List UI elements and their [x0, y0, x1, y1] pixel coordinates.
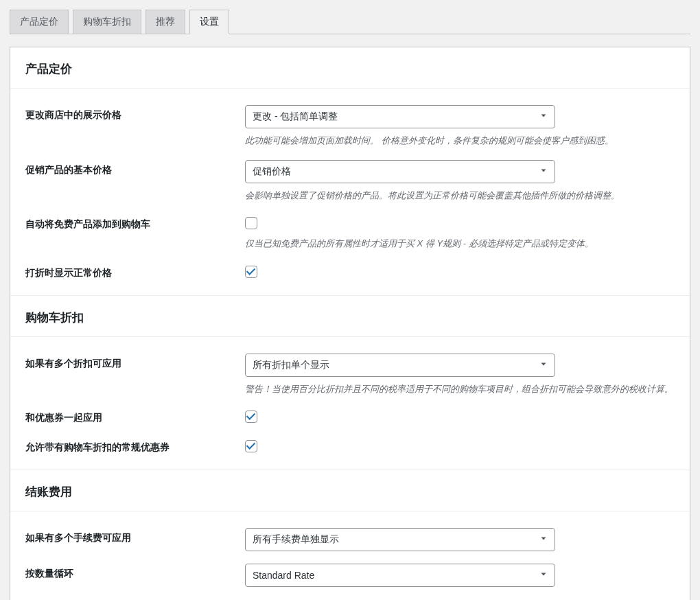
label-base-price: 促销产品的基本价格: [25, 160, 245, 176]
select-multiple-fees[interactable]: 所有手续费单独显示: [245, 528, 555, 551]
checkbox-apply-with-coupons[interactable]: [245, 411, 257, 423]
tab-settings[interactable]: 设置: [189, 10, 229, 34]
checkbox-free-products[interactable]: [245, 217, 257, 229]
help-free-products: 仅当已知免费产品的所有属性时才适用于买 X 得 Y规则 - 必须选择特定产品或特…: [245, 237, 675, 251]
select-value-multiple-discounts: 所有折扣单个显示: [253, 359, 329, 371]
tab-navigation: 产品定价 购物车折扣 推荐 设置: [10, 10, 690, 34]
select-value-qty-loop: Standard Rate: [253, 570, 314, 581]
tab-recommendations[interactable]: 推荐: [145, 10, 185, 34]
select-value-multiple-fees: 所有手续费单独显示: [253, 533, 339, 546]
help-multiple-discounts: 警告！当使用百分比折扣并且不同的税率适用于不同的购物车项目时，组合折扣可能会导致…: [245, 382, 675, 396]
section-title-cart: 购物车折扣: [25, 311, 84, 324]
label-multiple-fees: 如果有多个手续费可应用: [25, 528, 245, 544]
help-base-price: 会影响单独设置了促销价格的产品。将此设置为正常价格可能会覆盖其他插件所做的价格调…: [245, 189, 675, 203]
section-cart-discount: 购物车折扣 如果有多个折扣可应用 所有折扣单个显示: [10, 296, 690, 471]
tab-cart-discount[interactable]: 购物车折扣: [73, 10, 141, 34]
select-multiple-discounts[interactable]: 所有折扣单个显示: [245, 354, 555, 377]
label-apply-with-coupons: 和优惠券一起应用: [25, 408, 245, 424]
label-regular-coupons: 允许带有购物车折扣的常规优惠券: [25, 437, 245, 454]
label-display-price: 更改商店中的展示价格: [25, 105, 245, 122]
section-title-pricing: 产品定价: [25, 62, 72, 76]
settings-panel: 产品定价 更改商店中的展示价格 更改 - 包括简单调整: [10, 47, 690, 600]
select-qty-loop[interactable]: Standard Rate: [245, 564, 555, 587]
label-show-regular: 打折时显示正常价格: [25, 263, 245, 279]
label-multiple-discounts: 如果有多个折扣可应用: [25, 354, 245, 370]
checkbox-regular-coupons[interactable]: [245, 440, 257, 452]
label-qty-loop: 按数量循环: [25, 564, 245, 580]
select-display-price[interactable]: 更改 - 包括简单调整: [245, 105, 555, 128]
help-display-price: 此功能可能会增加页面加载时间。 价格意外变化时，条件复杂的规则可能会使客户感到困…: [245, 134, 675, 148]
label-free-products: 自动将免费产品添加到购物车: [25, 214, 245, 231]
select-value-display-price: 更改 - 包括简单调整: [253, 111, 338, 123]
select-base-price[interactable]: 促销价格: [245, 160, 555, 183]
tab-product-pricing[interactable]: 产品定价: [10, 10, 69, 34]
section-title-checkout: 结账费用: [25, 485, 72, 498]
section-checkout-fees: 结账费用 如果有多个手续费可应用 所有手续费单独显示: [10, 470, 690, 600]
checkbox-show-regular[interactable]: [245, 266, 257, 278]
select-value-base-price: 促销价格: [253, 165, 291, 178]
section-product-pricing: 产品定价 更改商店中的展示价格 更改 - 包括简单调整: [10, 47, 690, 296]
